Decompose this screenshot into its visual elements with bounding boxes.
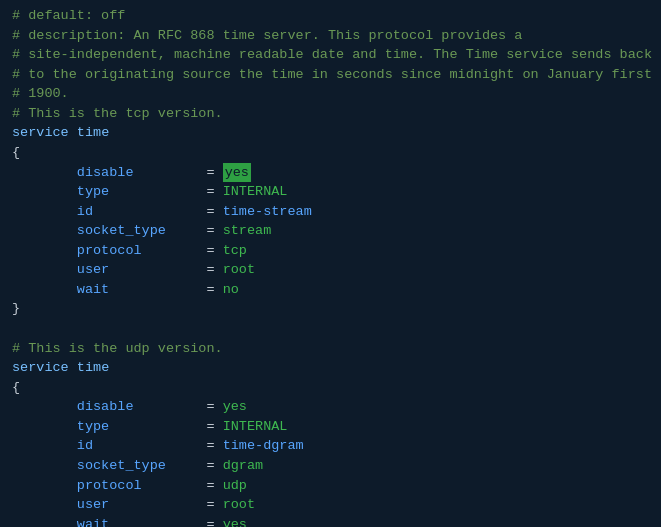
code-line: id = time-dgram <box>0 436 661 456</box>
field-name: socket_type <box>77 223 207 238</box>
code-line: service time <box>0 123 661 143</box>
field-name: wait <box>77 517 207 527</box>
equals-sign: = <box>206 282 222 297</box>
equals-sign: = <box>206 262 222 277</box>
field-value: root <box>223 497 255 512</box>
equals-sign: = <box>206 223 222 238</box>
field-value: root <box>223 262 255 277</box>
equals-sign: = <box>206 243 222 258</box>
keyword-service: service <box>12 125 69 140</box>
code-line: user = root <box>0 260 661 280</box>
code-line: # to the originating source the time in … <box>0 65 661 85</box>
equals-sign: = <box>206 184 222 199</box>
field-value: dgram <box>223 458 264 473</box>
field-name: user <box>77 262 207 277</box>
code-editor: # default: off# description: An RFC 868 … <box>0 0 661 527</box>
code-line: wait = no <box>0 280 661 300</box>
code-line: # This is the udp version. <box>0 339 661 359</box>
code-line: socket_type = stream <box>0 221 661 241</box>
field-value: udp <box>223 478 247 493</box>
field-name: protocol <box>77 478 207 493</box>
equals-sign: = <box>206 204 222 219</box>
code-line: # default: off <box>0 6 661 26</box>
comment-text: # This is the udp version. <box>12 341 223 356</box>
comment-text: # 1900. <box>12 86 69 101</box>
code-line: { <box>0 378 661 398</box>
equals-sign: = <box>206 419 222 434</box>
comment-text: # default: off <box>12 8 125 23</box>
code-line: user = root <box>0 495 661 515</box>
field-value-id: time-dgram <box>223 438 304 453</box>
code-line: service time <box>0 358 661 378</box>
comment-text: # This is the tcp version. <box>12 106 223 121</box>
equals-sign: = <box>206 497 222 512</box>
field-value: INTERNAL <box>223 419 288 434</box>
code-line: id = time-stream <box>0 202 661 222</box>
field-name: wait <box>77 282 207 297</box>
code-line <box>0 319 661 339</box>
code-line: socket_type = dgram <box>0 456 661 476</box>
equals-sign: = <box>206 399 222 414</box>
service-name: time <box>77 125 109 140</box>
code-line: type = INTERNAL <box>0 182 661 202</box>
code-line: wait = yes <box>0 515 661 527</box>
field-name: socket_type <box>77 458 207 473</box>
code-line: # site-independent, machine readable dat… <box>0 45 661 65</box>
field-value: no <box>223 282 239 297</box>
comment-text: # to the originating source the time in … <box>12 67 652 82</box>
code-line: # 1900. <box>0 84 661 104</box>
field-name: disable <box>77 165 207 180</box>
field-name: id <box>77 438 207 453</box>
keyword-service: service <box>12 360 69 375</box>
code-line: type = INTERNAL <box>0 417 661 437</box>
brace: { <box>12 380 20 395</box>
comment-text: # site-independent, machine readable dat… <box>12 47 652 62</box>
field-name: id <box>77 204 207 219</box>
field-value-id: time-stream <box>223 204 312 219</box>
brace: } <box>12 301 20 316</box>
field-value: INTERNAL <box>223 184 288 199</box>
equals-sign: = <box>206 478 222 493</box>
code-line: # description: An RFC 868 time server. T… <box>0 26 661 46</box>
field-value: yes <box>223 517 247 527</box>
field-name: type <box>77 184 207 199</box>
cursor-value: yes <box>223 163 251 183</box>
field-name: user <box>77 497 207 512</box>
comment-text: # description: An RFC 868 time server. T… <box>12 28 522 43</box>
equals-sign: = <box>206 458 222 473</box>
code-line: # This is the tcp version. <box>0 104 661 124</box>
code-line: disable = yes <box>0 163 661 183</box>
field-name: disable <box>77 399 207 414</box>
code-line: protocol = tcp <box>0 241 661 261</box>
code-line: } <box>0 299 661 319</box>
field-value: tcp <box>223 243 247 258</box>
field-name: type <box>77 419 207 434</box>
code-line: { <box>0 143 661 163</box>
equals-sign: = <box>206 165 222 180</box>
code-line: disable = yes <box>0 397 661 417</box>
equals-sign: = <box>206 517 222 527</box>
field-name: protocol <box>77 243 207 258</box>
code-line: protocol = udp <box>0 476 661 496</box>
service-name: time <box>77 360 109 375</box>
equals-sign: = <box>206 438 222 453</box>
brace: { <box>12 145 20 160</box>
field-value: yes <box>223 399 247 414</box>
field-value: stream <box>223 223 272 238</box>
